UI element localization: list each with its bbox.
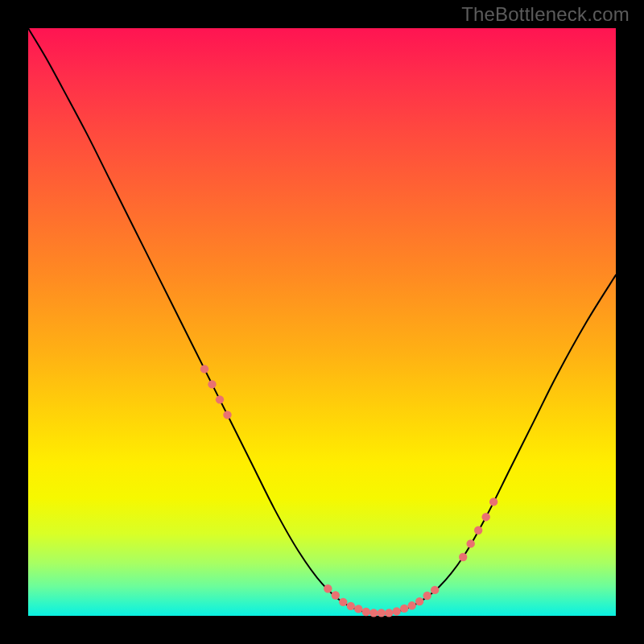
highlight-dot (385, 609, 393, 617)
highlight-dot (431, 586, 439, 594)
highlight-dot (400, 605, 408, 613)
highlight-dot (415, 597, 423, 605)
highlight-dot (362, 608, 370, 616)
highlight-dot (324, 584, 332, 592)
highlight-dot (378, 609, 386, 617)
highlight-dot (354, 605, 362, 613)
chart-frame: TheBottleneck.com (0, 0, 644, 644)
highlight-group (200, 365, 498, 617)
highlight-dot (200, 365, 208, 373)
curve-layer (28, 28, 616, 616)
highlight-dot (407, 601, 415, 609)
highlight-dot (481, 513, 489, 521)
watermark-text: TheBottleneck.com (461, 3, 630, 26)
highlight-dot (332, 591, 340, 599)
highlight-dot (459, 553, 467, 561)
highlight-dot (474, 526, 482, 535)
highlight-dot (339, 598, 347, 606)
highlight-dot (223, 411, 231, 419)
highlight-dot (369, 609, 378, 617)
highlight-dot (216, 395, 224, 403)
highlight-dot (423, 592, 431, 600)
highlight-dot (466, 539, 474, 547)
plot-area (28, 28, 616, 616)
highlight-dot (489, 497, 497, 506)
highlight-dot (208, 380, 216, 388)
main-curve (28, 28, 616, 614)
highlight-dot (393, 607, 401, 615)
highlight-dot (347, 602, 355, 610)
